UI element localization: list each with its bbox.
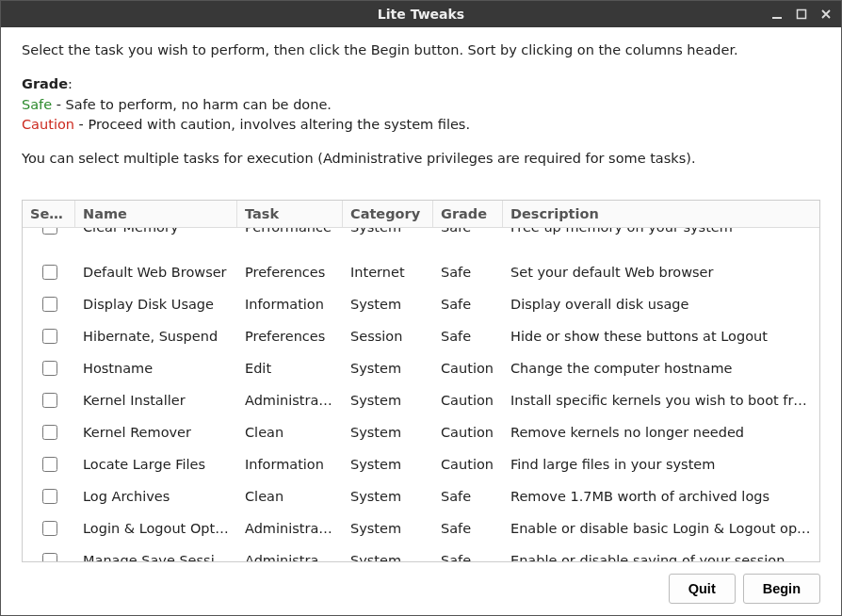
cell-select — [23, 288, 75, 320]
grade-safe-label: Safe — [22, 97, 52, 112]
cell-category: System — [343, 355, 433, 381]
cell-description: Display overall disk usage — [503, 291, 819, 317]
cell-select — [23, 384, 75, 416]
cell-select — [23, 448, 75, 480]
cell-task: Performance — [237, 228, 343, 235]
cell-task: Preferences — [237, 259, 343, 285]
table-row[interactable]: Kernel InstallerAdministrationSystemCaut… — [23, 384, 819, 416]
table-row[interactable]: Default Web BrowserPreferencesInternetSa… — [23, 256, 819, 288]
table-row[interactable]: HostnameEditSystemCautionChange the comp… — [23, 352, 819, 384]
cell-select — [23, 320, 75, 352]
table-row[interactable]: Locate Large FilesInformationSystemCauti… — [23, 448, 819, 480]
maximize-button[interactable] — [790, 3, 813, 25]
svg-rect-1 — [798, 10, 806, 19]
row-checkbox[interactable] — [42, 361, 57, 376]
grade-safe-desc: - Safe to perform, no harm can be done. — [52, 97, 332, 112]
table-body[interactable]: Clear MemoryPerformanceSystemSafeFree up… — [23, 228, 819, 561]
column-header-description[interactable]: Description — [503, 201, 819, 227]
cell-description: Remove kernels no longer needed — [503, 419, 819, 446]
begin-button[interactable]: Begin — [743, 574, 820, 604]
cell-category: System — [343, 483, 433, 510]
row-checkbox[interactable] — [42, 297, 57, 312]
cell-category: System — [343, 515, 433, 542]
table-row[interactable]: Log ArchivesCleanSystemSafeRemove 1.7MB … — [23, 480, 819, 512]
row-checkbox[interactable] — [42, 329, 57, 344]
table-header: Select Name Task Category Grade Descript… — [23, 201, 819, 228]
content-area: Select the task you wish to perform, the… — [1, 27, 841, 615]
row-checkbox[interactable] — [42, 393, 57, 408]
cell-category: System — [343, 419, 433, 446]
table-row[interactable]: Manage Save SessionAdministrationSystemS… — [23, 544, 819, 561]
close-button[interactable] — [815, 3, 837, 25]
grade-heading: Grade — [22, 76, 68, 91]
cell-grade: Caution — [433, 387, 503, 413]
intro-line2: You can select multiple tasks for execut… — [22, 149, 820, 170]
cell-name: Hibernate, Suspend — [75, 323, 237, 349]
minimize-icon — [771, 8, 783, 20]
cell-grade: Safe — [433, 483, 503, 510]
column-header-task[interactable]: Task — [237, 201, 343, 227]
column-header-category[interactable]: Category — [343, 201, 433, 227]
cell-name: Hostname — [75, 355, 237, 381]
maximize-icon — [796, 8, 807, 20]
row-checkbox[interactable] — [42, 553, 57, 561]
cell-name: Clear Memory — [75, 228, 237, 235]
cell-task: Information — [237, 291, 343, 317]
cell-description: Enable or disable saving of your session — [503, 547, 819, 561]
minimize-button[interactable] — [766, 3, 788, 25]
intro-text: Select the task you wish to perform, the… — [22, 41, 820, 183]
cell-task: Administration — [237, 547, 343, 561]
row-checkbox[interactable] — [42, 457, 57, 472]
column-header-grade[interactable]: Grade — [433, 201, 503, 227]
cell-task: Edit — [237, 355, 343, 381]
cell-grade: Caution — [433, 451, 503, 478]
grade-caution-label: Caution — [22, 117, 74, 132]
cell-name: Login & Logout Options — [75, 515, 237, 542]
cell-grade: Caution — [433, 355, 503, 381]
table-row[interactable]: Login & Logout OptionsAdministrationSyst… — [23, 512, 819, 544]
cell-name: Manage Save Session — [75, 547, 237, 561]
cell-grade: Safe — [433, 259, 503, 285]
cell-name: Display Disk Usage — [75, 291, 237, 317]
cell-task: Information — [237, 451, 343, 478]
quit-button[interactable]: Quit — [669, 574, 736, 604]
table-row[interactable]: Display Disk UsageInformationSystemSafeD… — [23, 288, 819, 320]
cell-name: Locate Large Files — [75, 451, 237, 478]
cell-name: Kernel Remover — [75, 419, 237, 446]
cell-description: Free up memory on your system — [503, 228, 819, 235]
cell-category: System — [343, 451, 433, 478]
column-header-select[interactable]: Select — [23, 201, 75, 227]
svg-rect-0 — [772, 17, 782, 19]
window: Lite Tweaks Select the task you wish to … — [0, 0, 842, 616]
row-checkbox[interactable] — [42, 265, 57, 280]
row-checkbox[interactable] — [42, 228, 57, 235]
table-row[interactable]: Clear MemoryPerformanceSystemSafeFree up… — [23, 228, 819, 256]
cell-category: System — [343, 387, 433, 413]
cell-description: Enable or disable basic Login & Logout o… — [503, 515, 819, 542]
intro-line1: Select the task you wish to perform, the… — [22, 41, 820, 61]
cell-category: Session — [343, 323, 433, 349]
cell-select — [23, 512, 75, 544]
row-checkbox[interactable] — [42, 489, 57, 504]
cell-task: Preferences — [237, 323, 343, 349]
cell-select — [23, 352, 75, 384]
grade-caution-desc: - Proceed with caution, involves alterin… — [74, 117, 470, 132]
cell-grade: Caution — [433, 419, 503, 446]
row-checkbox[interactable] — [42, 425, 57, 440]
cell-select — [23, 544, 75, 561]
cell-description: Change the computer hostname — [503, 355, 819, 381]
titlebar: Lite Tweaks — [1, 1, 841, 27]
column-header-name[interactable]: Name — [75, 201, 237, 227]
cell-task: Clean — [237, 419, 343, 446]
cell-description: Set your default Web browser — [503, 259, 819, 285]
row-checkbox[interactable] — [42, 521, 57, 536]
table-row[interactable]: Hibernate, SuspendPreferencesSessionSafe… — [23, 320, 819, 352]
table-row[interactable]: Kernel RemoverCleanSystemCautionRemove k… — [23, 416, 819, 448]
cell-task: Clean — [237, 483, 343, 510]
window-controls — [766, 1, 837, 27]
cell-task: Administration — [237, 515, 343, 542]
cell-description: Hide or show these buttons at Logout — [503, 323, 819, 349]
cell-grade: Safe — [433, 228, 503, 235]
cell-grade: Safe — [433, 291, 503, 317]
cell-grade: Safe — [433, 323, 503, 349]
